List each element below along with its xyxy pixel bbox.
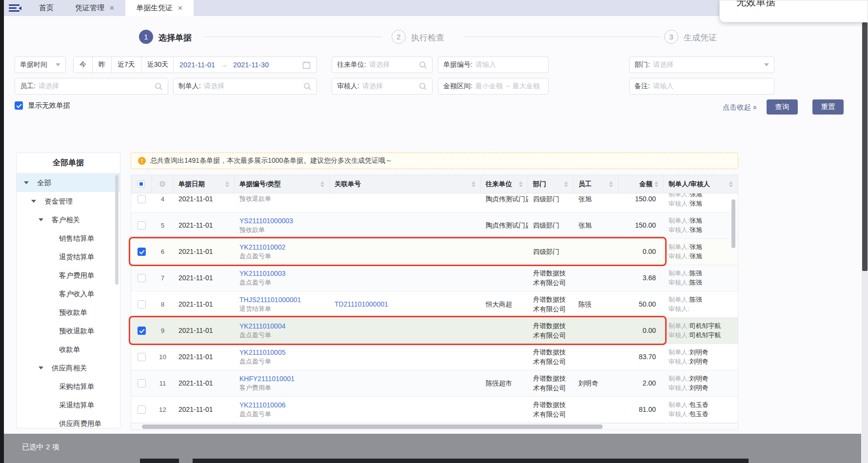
search-icon[interactable] <box>303 82 312 91</box>
unit-filter-input[interactable]: 往来单位: 请选择 <box>332 57 433 73</box>
related-doc-link[interactable]: TD211101000001 <box>335 299 476 309</box>
sidebar-item-销售结算单[interactable]: 销售结算单 <box>17 229 120 248</box>
sidebar-item-供应商费用单[interactable]: 供应商费用单 <box>17 414 120 428</box>
amount-label: 金额区间: <box>443 82 473 91</box>
maker-line: 制单人:司机邹宇航 <box>669 322 733 331</box>
sidebar-scrollbar[interactable] <box>115 175 118 285</box>
row-checkbox[interactable] <box>138 300 146 309</box>
table-row-5[interactable]: 52021-11-01YS211101000003预收款单陶贞伟测试门店四级部门… <box>131 212 738 239</box>
close-icon[interactable]: ✕ <box>109 4 115 12</box>
tree-expand-caret-icon[interactable] <box>24 181 29 184</box>
search-icon[interactable] <box>155 82 163 91</box>
sidebar-item-全部[interactable]: 全部 <box>17 174 120 192</box>
dept-filter-select[interactable]: 部门: 请选择 <box>629 57 774 73</box>
tab-凭证管理[interactable]: 凭证管理✕ <box>64 0 125 16</box>
row-checkbox[interactable] <box>138 221 146 230</box>
search-icon[interactable] <box>419 82 427 91</box>
row-number-cell: 6 <box>152 239 174 265</box>
sidebar-item-采退结算单[interactable]: 采退结算单 <box>17 396 120 414</box>
table-row-4[interactable]: 42021-11-01预收退款单陶贞伟测试门店四级部门张旭150.00制单人:张… <box>131 193 738 212</box>
tab-单据生凭证[interactable]: 单据生凭证✕ <box>125 0 194 16</box>
tree-expand-caret-icon[interactable] <box>39 367 43 369</box>
quick-range-近30天[interactable]: 近30天 <box>141 57 175 73</box>
date-range-input[interactable]: 2021-11-01 → 2021-11-30 <box>173 57 317 73</box>
maker-checker-cell: 制单人:包玉香审核人:包玉香 <box>664 397 738 423</box>
collapse-filters-link[interactable]: 点击收起 « <box>723 103 757 112</box>
row-checkbox-checked[interactable] <box>138 248 146 256</box>
doc-code-link[interactable]: YS211101000003 <box>239 216 325 226</box>
employee-filter-input[interactable]: 员工: 请选择 <box>15 78 168 95</box>
menu-toggle-icon[interactable] <box>9 3 21 13</box>
page-scrollbar-thumb[interactable] <box>862 22 868 271</box>
table-row-6[interactable]: 62021-11-01YK2111010002盘点盈亏单四级部门0.00制单人:… <box>131 239 738 265</box>
sort-icon[interactable] <box>609 181 613 187</box>
date-end[interactable]: 2021-11-30 <box>233 61 269 69</box>
sidebar-item-客户相关[interactable]: 客户相关 <box>17 211 120 229</box>
search-icon[interactable] <box>419 61 427 69</box>
horizontal-scrollbar-thumb[interactable] <box>142 424 603 429</box>
sort-icon[interactable] <box>729 181 733 187</box>
table-row-7[interactable]: 72021-11-01YK2111010003盘点盈亏单舟谱数据技术有限公司3.… <box>131 265 738 291</box>
row-checkbox[interactable] <box>138 274 146 282</box>
row-checkbox-checked[interactable] <box>138 327 146 335</box>
doc-time-select[interactable]: 单据时间 <box>15 57 66 73</box>
checker-filter-input[interactable]: 审核人: 请选择 <box>332 78 433 95</box>
sort-icon[interactable] <box>519 181 523 187</box>
date-start[interactable]: 2021-11-01 <box>179 61 215 69</box>
table-row-9[interactable]: 92021-11-01YK2111010004盘点盈亏单舟谱数据技术有限公司0.… <box>131 318 738 344</box>
sidebar-item-预收款单[interactable]: 预收款单 <box>17 303 120 322</box>
doc-date-cell: 2021-11-01 <box>174 344 235 370</box>
doc-no-filter-input[interactable]: 单据编号: 请输入 <box>438 57 549 73</box>
sidebar-item-资金管理[interactable]: 资金管理 <box>17 192 120 211</box>
tree-expand-caret-icon[interactable] <box>31 200 36 203</box>
checker-line: 审核人:张旭 <box>669 252 733 261</box>
horizontal-scrollbar[interactable] <box>131 423 738 429</box>
row-checkbox[interactable] <box>138 353 146 361</box>
checkbox-checked-icon[interactable] <box>15 101 23 110</box>
table-row-10[interactable]: 102021-11-01YK2111010005盘点盈亏单舟谱数据技术有限公司8… <box>131 344 738 370</box>
sidebar-item-采购结算单[interactable]: 采购结算单 <box>17 377 120 396</box>
doc-code-link[interactable]: KHFY2111010001 <box>239 374 325 384</box>
sidebar-item-客户费用单[interactable]: 客户费用单 <box>17 266 120 285</box>
sidebar-item-客户收入单[interactable]: 客户收入单 <box>17 285 120 303</box>
quick-range-昨[interactable]: 昨 <box>92 57 111 73</box>
sidebar-item-退货结算单[interactable]: 退货结算单 <box>17 248 120 266</box>
reset-button[interactable]: 重置 <box>812 99 844 115</box>
sidebar-item-收款单[interactable]: 收款单 <box>17 340 120 359</box>
doc-code-link[interactable]: THJS211101000001 <box>239 295 325 305</box>
gear-icon[interactable]: ⚙ <box>159 179 166 189</box>
select-all-checkbox[interactable] <box>138 180 145 188</box>
row-checkbox[interactable] <box>138 379 146 387</box>
close-icon[interactable]: ✕ <box>178 4 183 12</box>
doc-code-link[interactable]: YK2111010002 <box>239 242 325 252</box>
maker-filter-input[interactable]: 制单人: 请选择 <box>173 78 317 95</box>
page-scrollbar[interactable] <box>862 16 868 463</box>
show-invalid-checkbox[interactable]: 显示无效单据 <box>15 101 70 110</box>
doc-code-link[interactable]: YK2111010005 <box>239 347 325 357</box>
doc-code-link[interactable]: YK2111010006 <box>239 400 325 410</box>
calendar-icon[interactable] <box>302 61 311 69</box>
tab-首页[interactable]: 首页 <box>28 0 64 16</box>
tree-expand-caret-icon[interactable] <box>39 218 43 221</box>
sort-icon[interactable] <box>472 181 475 187</box>
search-button[interactable]: 查询 <box>767 99 798 115</box>
quick-range-今[interactable]: 今 <box>74 57 92 73</box>
row-checkbox[interactable] <box>138 405 146 414</box>
sort-icon[interactable] <box>320 181 324 187</box>
table-row-11[interactable]: 112021-11-01KHFY2111010001客户费用单陈强超市舟谱数据技… <box>131 370 738 397</box>
quick-range-近7天[interactable]: 近7天 <box>111 57 141 73</box>
amount-range-input[interactable]: 金额区间: 最小金额 ~ 最大金额 <box>438 78 549 95</box>
doc-code-link[interactable]: YK2111010003 <box>239 269 325 278</box>
table-row-12[interactable]: 122021-11-01YK2111010006盘点盈亏单舟谱数据技术有限公司8… <box>131 397 738 423</box>
sort-icon[interactable] <box>225 181 229 187</box>
doc-code-link[interactable]: YK2111010004 <box>239 321 325 331</box>
remark-filter-input[interactable]: 备注: 请输入 <box>629 78 774 95</box>
vertical-scrollbar-thumb[interactable] <box>731 199 735 248</box>
sidebar-item-供应商相关[interactable]: 供应商相关 <box>17 359 120 377</box>
row-checkbox[interactable] <box>138 195 146 203</box>
step-3-label: 生成凭证 <box>684 32 717 43</box>
sort-icon[interactable] <box>564 181 568 187</box>
sort-icon[interactable] <box>654 181 658 187</box>
sidebar-item-预收退款单[interactable]: 预收退款单 <box>17 322 120 340</box>
table-row-8[interactable]: 82021-11-01THJS211101000001退货结算单TD211101… <box>131 291 738 318</box>
